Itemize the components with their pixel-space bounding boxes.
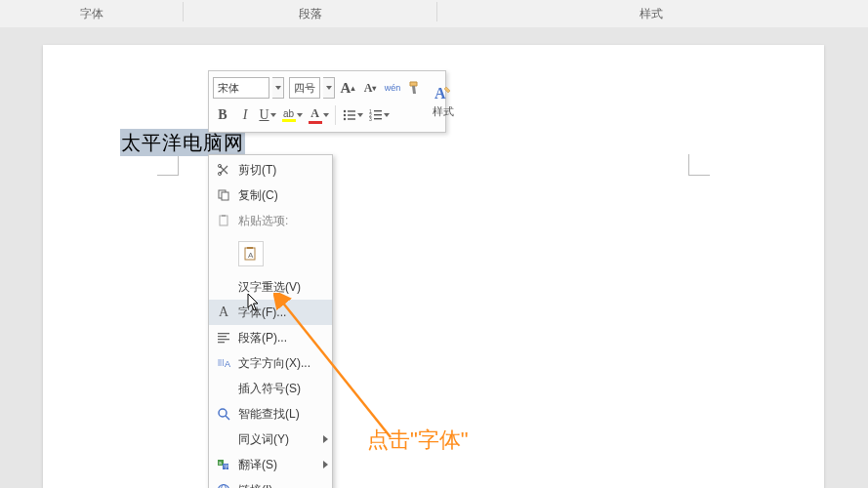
numbering-icon: 123 [369, 108, 383, 122]
format-painter-button[interactable] [405, 77, 425, 99]
menu-item-cut[interactable]: 剪切(T) [209, 157, 332, 183]
menu-item-copy[interactable]: 复制(C) [209, 183, 332, 208]
font-color-button[interactable]: A [307, 104, 330, 126]
paste-options-row: A [209, 233, 332, 274]
svg-rect-5 [348, 118, 355, 119]
svg-text:A: A [225, 359, 230, 369]
margin-corner-tl [157, 154, 179, 176]
shrink-font-button[interactable]: A▾ [360, 77, 380, 99]
svg-rect-18 [222, 215, 226, 217]
svg-rect-3 [348, 114, 355, 115]
svg-rect-17 [220, 216, 227, 225]
font-name-dropdown[interactable] [272, 77, 284, 99]
grow-font-button[interactable]: A▴ [338, 77, 357, 99]
selected-text[interactable]: 太平洋电脑网 [120, 129, 245, 156]
svg-rect-7 [374, 110, 382, 111]
translate-icon: a字 [209, 458, 238, 471]
submenu-arrow-icon [318, 461, 332, 468]
svg-rect-25 [218, 342, 225, 343]
pinyin-guide-button[interactable]: wén [383, 77, 402, 99]
svg-text:A: A [248, 251, 254, 260]
styles-icon: A [433, 83, 454, 104]
margin-corner-tr [688, 154, 710, 176]
font-size-value: 四号 [294, 81, 315, 96]
bullets-icon [343, 108, 356, 122]
highlight-color-button[interactable]: ab [280, 104, 304, 126]
svg-rect-20 [247, 247, 253, 249]
svg-point-28 [219, 409, 227, 417]
annotation-arrow [273, 293, 410, 449]
ribbon-group-label: 段落 [299, 6, 322, 22]
ribbon-group-label: 样式 [640, 6, 663, 22]
svg-text:A: A [434, 85, 446, 102]
svg-rect-16 [222, 192, 228, 200]
font-size-input[interactable]: 四号 [289, 77, 320, 99]
svg-point-33 [219, 485, 229, 489]
styles-button[interactable]: A 样式 [433, 75, 454, 126]
ribbon-group-footer: 字体 段落 样式 [0, 0, 868, 27]
svg-rect-22 [218, 333, 229, 334]
italic-button[interactable]: I [235, 104, 255, 126]
format-painter-icon [407, 80, 423, 96]
svg-rect-9 [374, 114, 382, 115]
svg-text:字: 字 [224, 464, 228, 469]
numbering-button[interactable]: 123 [367, 104, 391, 126]
svg-rect-24 [218, 339, 229, 340]
svg-line-35 [281, 301, 391, 437]
svg-text:3: 3 [369, 116, 372, 122]
font-name-input[interactable]: 宋体 [213, 77, 269, 99]
bullets-button[interactable] [341, 104, 364, 126]
font-A-icon: A [209, 305, 238, 320]
menu-label: 剪切(T) [238, 162, 332, 179]
paste-icon [209, 214, 238, 227]
bold-button[interactable]: B [213, 104, 232, 126]
link-icon [209, 483, 238, 488]
mouse-cursor-icon [247, 293, 261, 312]
font-size-dropdown[interactable] [323, 77, 335, 99]
paragraph-icon [209, 331, 238, 345]
styles-label: 样式 [433, 104, 454, 119]
svg-rect-11 [374, 118, 382, 119]
menu-item-link[interactable]: 链接(I) [209, 477, 332, 488]
svg-text:a: a [219, 460, 222, 466]
scissors-icon [209, 163, 238, 177]
svg-rect-1 [348, 110, 355, 111]
menu-item-paste-options: 粘贴选项: [209, 208, 332, 233]
ribbon-group-font: 字体 [0, 0, 184, 27]
svg-point-0 [343, 110, 345, 112]
paste-keep-icon: A [243, 246, 259, 262]
underline-button[interactable]: U [258, 104, 277, 126]
ribbon-group-paragraph: 段落 [184, 0, 437, 27]
menu-label: 粘贴选项: [238, 213, 332, 229]
smart-find-icon [209, 407, 238, 421]
copy-icon [209, 188, 238, 202]
menu-item-translate[interactable]: a字 翻译(S) [209, 452, 332, 477]
font-name-value: 宋体 [218, 81, 239, 96]
svg-text:|||: ||| [218, 357, 224, 366]
paste-option-keep-text[interactable]: A [238, 241, 264, 266]
svg-point-4 [343, 118, 345, 120]
svg-point-2 [343, 114, 345, 116]
ribbon-group-label: 字体 [80, 6, 103, 22]
menu-label: 复制(C) [238, 187, 332, 204]
mini-toolbar: 宋体 四号 A▴ A▾ wén B I U [208, 70, 446, 133]
separator [335, 105, 336, 125]
menu-label: 翻译(S) [238, 457, 318, 473]
ribbon-group-styles: 样式 [437, 0, 865, 27]
svg-rect-23 [218, 336, 227, 337]
text-direction-icon: |||A [209, 356, 238, 370]
menu-label: 链接(I) [238, 482, 332, 489]
